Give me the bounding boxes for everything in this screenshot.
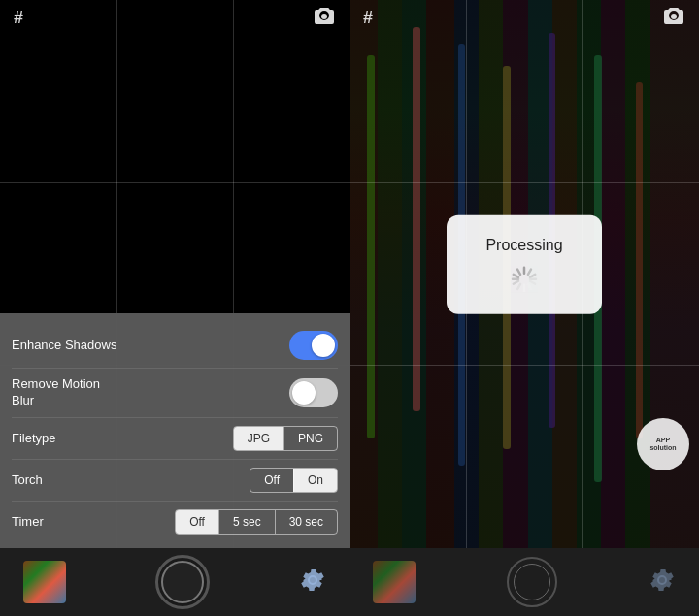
processing-dialog: Processing — [447, 214, 602, 313]
svg-line-12 — [514, 274, 518, 276]
torch-row: Torch Off On — [12, 460, 338, 502]
right-shutter-inner — [514, 564, 550, 600]
left-topbar: # — [0, 0, 350, 35]
filetype-segmented: JPG PNG — [233, 426, 338, 451]
svg-line-4 — [530, 274, 535, 276]
svg-line-6 — [530, 280, 535, 283]
right-thumbnail[interactable] — [373, 561, 416, 603]
remove-motion-blur-label: Remove Motion Blur — [12, 376, 118, 409]
svg-point-0 — [321, 14, 327, 19]
right-shutter-button[interactable] — [507, 557, 557, 607]
torch-segmented: Off On — [250, 468, 338, 493]
right-toolbar — [350, 548, 699, 616]
timer-row: Timer Off 5 sec 30 sec — [12, 502, 338, 542]
timer-30sec-btn[interactable]: 30 sec — [275, 510, 337, 534]
left-toolbar — [0, 548, 350, 616]
torch-label: Torch — [12, 472, 118, 489]
svg-point-1 — [671, 14, 677, 19]
settings-overlay: Enhance Shadows Remove Motion Blur Filet… — [0, 313, 350, 548]
timer-off-btn[interactable]: Off — [176, 510, 218, 534]
watermark-line2: solution — [649, 444, 676, 452]
left-thumbnail-image — [23, 561, 66, 603]
enhance-shadows-thumb — [312, 334, 335, 357]
torch-on-btn[interactable]: On — [293, 469, 337, 492]
left-shutter-inner — [161, 561, 204, 603]
left-settings-icon[interactable] — [299, 567, 326, 598]
left-shutter-button[interactable] — [155, 555, 210, 609]
left-camera-view: # Enhance Shadows Remove Motion Blur — [0, 0, 350, 548]
filetype-label: Filetype — [12, 431, 118, 447]
svg-line-13 — [517, 269, 520, 274]
filetype-jpg-btn[interactable]: JPG — [234, 427, 283, 450]
processing-spinner — [511, 265, 538, 292]
right-camera-flip-icon[interactable] — [662, 6, 685, 30]
right-camera-view: # Processing — [350, 0, 699, 548]
filetype-png-btn[interactable]: PNG — [283, 427, 337, 450]
enhance-shadows-label: Enhance Shadows — [12, 338, 118, 354]
processing-title: Processing — [482, 236, 567, 253]
svg-line-7 — [528, 283, 531, 288]
left-camera-flip-icon[interactable] — [313, 6, 336, 30]
timer-label: Timer — [12, 514, 118, 531]
right-panel: # Processing — [350, 0, 699, 616]
remove-motion-blur-toggle[interactable] — [289, 378, 338, 407]
remove-motion-blur-thumb — [292, 381, 316, 405]
remove-motion-blur-row: Remove Motion Blur — [12, 369, 338, 418]
watermark-line1: APP — [656, 437, 670, 444]
left-hash-icon[interactable]: # — [14, 8, 23, 28]
right-hash-icon[interactable]: # — [363, 8, 373, 28]
enhance-shadows-row: Enhance Shadows — [12, 323, 338, 369]
right-thumbnail-image — [373, 561, 416, 603]
timer-5sec-btn[interactable]: 5 sec — [218, 510, 275, 534]
timer-segmented: Off 5 sec 30 sec — [175, 509, 338, 535]
svg-line-9 — [517, 283, 520, 288]
watermark: APP solution — [637, 418, 689, 470]
enhance-shadows-toggle[interactable] — [289, 331, 338, 360]
right-topbar: # — [350, 0, 699, 35]
left-panel: # Enhance Shadows Remove Motion Blur — [0, 0, 350, 616]
filetype-row: Filetype JPG PNG — [12, 418, 338, 460]
left-thumbnail[interactable] — [23, 561, 66, 603]
right-settings-icon[interactable] — [649, 567, 676, 598]
torch-off-btn[interactable]: Off — [250, 469, 293, 492]
svg-line-10 — [514, 280, 518, 283]
svg-line-3 — [528, 269, 531, 274]
